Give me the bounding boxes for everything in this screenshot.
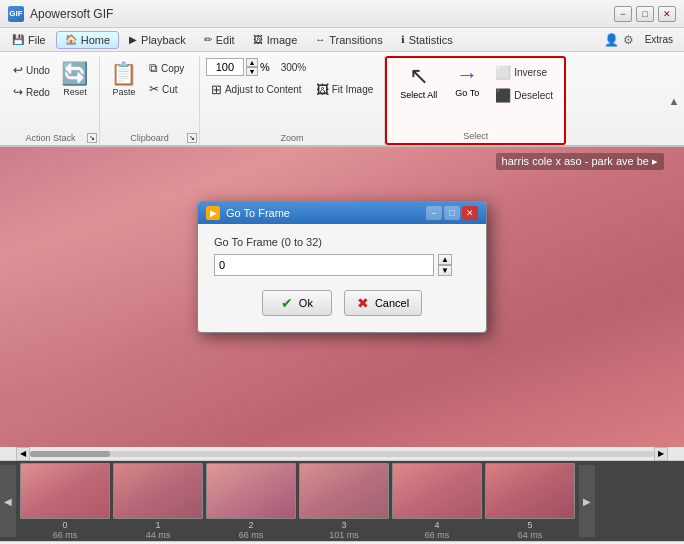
zoom-action-buttons: ⊞ Adjust to Content 🖼 Fit Image bbox=[206, 79, 378, 100]
undo-icon: ↩ bbox=[13, 63, 23, 77]
film-index-4: 4 bbox=[434, 520, 439, 530]
zoom300-button[interactable]: 300% bbox=[276, 59, 312, 76]
copy-cut-column: ⧉ Copy ✂ Cut bbox=[144, 58, 189, 99]
menu-file[interactable]: 💾 File bbox=[4, 32, 54, 48]
canvas-overlay-text: harris cole x aso - park ave be ▸ bbox=[496, 153, 664, 170]
film-index-3: 3 bbox=[341, 520, 346, 530]
film-thumb-3 bbox=[299, 463, 389, 519]
user-icon: 👤 bbox=[604, 33, 619, 47]
canvas-scrollbar-horizontal: ◀ ▶ bbox=[0, 447, 684, 461]
minimize-button[interactable]: − bbox=[614, 6, 632, 22]
clipboard-expand[interactable]: ↘ bbox=[187, 133, 197, 143]
reset-icon: 🔄 bbox=[61, 63, 88, 85]
film-time-0: 66 ms bbox=[53, 530, 78, 540]
extras-button[interactable]: Extras bbox=[638, 31, 680, 48]
filmstrip-container: ◀ 0 66 ms 1 44 ms 2 66 ms 3 101 ms 4 66 … bbox=[0, 461, 684, 541]
film-frame-2[interactable]: 2 66 ms bbox=[206, 463, 296, 540]
film-thumb-0 bbox=[20, 463, 110, 519]
dialog-spin-up-button[interactable]: ▲ bbox=[438, 254, 452, 265]
film-time-3: 101 ms bbox=[329, 530, 359, 540]
adjust-icon: ⊞ bbox=[211, 82, 222, 97]
dialog-body: Go To Frame (0 to 32) ▲ ▼ ✔ Ok ✖ Ca bbox=[198, 224, 486, 332]
deselect-button[interactable]: ⬛ Deselect bbox=[490, 85, 558, 106]
scrollbar-right-arrow[interactable]: ▶ bbox=[654, 447, 668, 461]
filmstrip: 0 66 ms 1 44 ms 2 66 ms 3 101 ms 4 66 ms… bbox=[16, 463, 579, 540]
dialog-close-button[interactable]: ✕ bbox=[462, 206, 478, 220]
film-frame-4[interactable]: 4 66 ms bbox=[392, 463, 482, 540]
top-right-area: 👤 ⚙ Extras bbox=[604, 31, 680, 48]
check-icon: ✔ bbox=[281, 295, 293, 311]
scrollbar-thumb[interactable] bbox=[30, 451, 110, 457]
select-all-button[interactable]: ↖ Select All bbox=[393, 60, 444, 115]
paste-button[interactable]: 📋 Paste bbox=[106, 58, 142, 115]
cut-button[interactable]: ✂ Cut bbox=[144, 79, 189, 99]
canvas-area: harris cole x aso - park ave be ▸ 安下载 an… bbox=[0, 147, 684, 447]
dialog-label: Go To Frame (0 to 32) bbox=[214, 236, 470, 248]
edit-menu-icon: ✏ bbox=[204, 34, 212, 45]
ribbon-group-clipboard: 📋 Paste ⧉ Copy ✂ Cut Clipboard ↘ bbox=[100, 56, 200, 145]
title-bar: GIF Apowersoft GIF − □ ✕ bbox=[0, 0, 684, 28]
x-icon: ✖ bbox=[357, 295, 369, 311]
menu-edit[interactable]: ✏ Edit bbox=[196, 32, 243, 48]
undo-button[interactable]: ↩ Undo bbox=[8, 60, 55, 80]
scrollbar-left-arrow[interactable]: ◀ bbox=[16, 447, 30, 461]
ribbon-collapse-button[interactable]: ▲ bbox=[666, 56, 682, 145]
close-button[interactable]: ✕ bbox=[658, 6, 676, 22]
home-menu-icon: 🏠 bbox=[65, 34, 77, 45]
copy-icon: ⧉ bbox=[149, 61, 158, 75]
cut-icon: ✂ bbox=[149, 82, 159, 96]
copy-button[interactable]: ⧉ Copy bbox=[144, 58, 189, 78]
redo-button[interactable]: ↪ Redo bbox=[8, 82, 55, 102]
film-frame-1[interactable]: 1 44 ms bbox=[113, 463, 203, 540]
film-frame-0[interactable]: 0 66 ms bbox=[20, 463, 110, 540]
film-index-0: 0 bbox=[62, 520, 67, 530]
menu-statistics[interactable]: ℹ Statistics bbox=[393, 32, 461, 48]
fit-image-button[interactable]: 🖼 Fit Image bbox=[311, 79, 379, 100]
maximize-button[interactable]: □ bbox=[636, 6, 654, 22]
zoom-down-button[interactable]: ▼ bbox=[246, 67, 258, 76]
go-to-button[interactable]: → Go To bbox=[448, 60, 486, 113]
ribbon-group-action-stack: ↩ Undo ↪ Redo 🔄 Reset Action Stack ↘ bbox=[2, 56, 100, 145]
dialog-input-row: ▲ ▼ bbox=[214, 254, 470, 276]
menu-home[interactable]: 🏠 Home bbox=[56, 31, 119, 49]
dialog-icon: ▶ bbox=[206, 206, 220, 220]
menu-playback[interactable]: ▶ Playback bbox=[121, 32, 194, 48]
inverse-button[interactable]: ⬜ Inverse bbox=[490, 62, 558, 83]
action-stack-expand[interactable]: ↘ bbox=[87, 133, 97, 143]
film-time-1: 44 ms bbox=[146, 530, 171, 540]
file-menu-icon: 💾 bbox=[12, 34, 24, 45]
dialog-restore-button[interactable]: □ bbox=[444, 206, 460, 220]
film-frame-5[interactable]: 5 64 ms bbox=[485, 463, 575, 540]
film-index-2: 2 bbox=[248, 520, 253, 530]
dialog-cancel-button[interactable]: ✖ Cancel bbox=[344, 290, 422, 316]
dialog-spinner: ▲ ▼ bbox=[438, 254, 452, 276]
deselect-icon: ⬛ bbox=[495, 88, 511, 103]
action-stack-buttons: ↩ Undo ↪ Redo 🔄 Reset bbox=[8, 56, 93, 145]
film-frame-3[interactable]: 3 101 ms bbox=[299, 463, 389, 540]
ribbon-group-zoom: ▲ ▼ % 300% ⊞ Adjust to Content 🖼 Fit Ima… bbox=[200, 56, 385, 145]
go-to-frame-input[interactable] bbox=[214, 254, 434, 276]
reset-button[interactable]: 🔄 Reset bbox=[57, 58, 93, 115]
settings-icon: ⚙ bbox=[623, 33, 634, 47]
fit-icon: 🖼 bbox=[316, 82, 329, 97]
go-to-frame-dialog: ▶ Go To Frame − □ ✕ Go To Frame (0 to 32… bbox=[197, 201, 487, 333]
dialog-titlebar: ▶ Go To Frame − □ ✕ bbox=[198, 202, 486, 224]
zoom-up-button[interactable]: ▲ bbox=[246, 58, 258, 67]
dialog-ok-button[interactable]: ✔ Ok bbox=[262, 290, 332, 316]
scrollbar-track[interactable] bbox=[30, 451, 654, 457]
adjust-to-content-button[interactable]: ⊞ Adjust to Content bbox=[206, 79, 307, 100]
menu-transitions[interactable]: ↔ Transitions bbox=[307, 32, 390, 48]
filmstrip-scroll-right[interactable]: ▶ bbox=[579, 465, 595, 537]
film-thumb-4 bbox=[392, 463, 482, 519]
transitions-menu-icon: ↔ bbox=[315, 34, 325, 45]
filmstrip-scroll-left[interactable]: ◀ bbox=[0, 465, 16, 537]
film-time-2: 66 ms bbox=[239, 530, 264, 540]
dialog-controls: − □ ✕ bbox=[426, 206, 478, 220]
film-index-5: 5 bbox=[527, 520, 532, 530]
select-all-icon: ↖ bbox=[409, 64, 429, 88]
dialog-spin-down-button[interactable]: ▼ bbox=[438, 265, 452, 276]
zoom-value-input[interactable] bbox=[206, 58, 244, 76]
dialog-minimize-button[interactable]: − bbox=[426, 206, 442, 220]
zoom-spinner: ▲ ▼ bbox=[246, 58, 258, 76]
menu-image[interactable]: 🖼 Image bbox=[245, 32, 306, 48]
